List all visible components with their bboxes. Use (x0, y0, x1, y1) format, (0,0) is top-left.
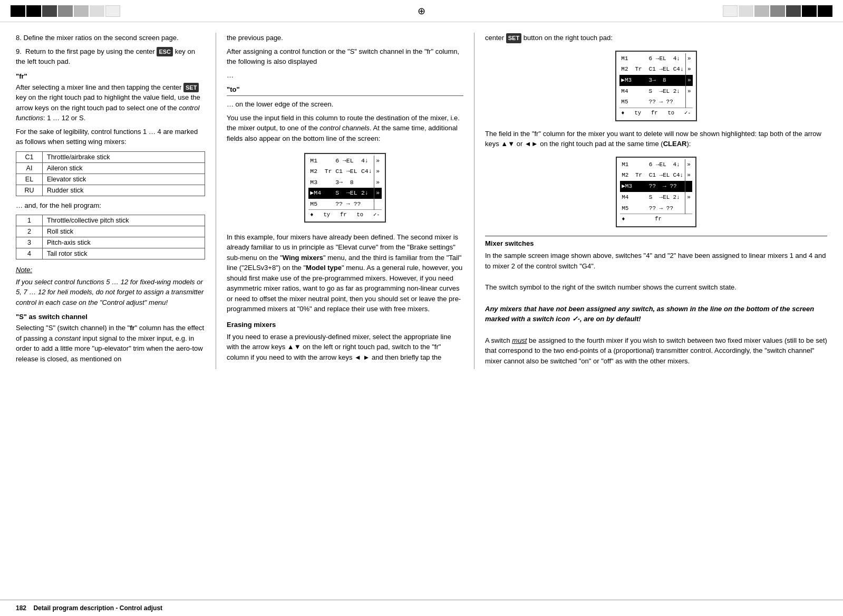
after-text: After assigning a control function or th… (227, 46, 463, 67)
s2-m5-col2: ?? → ?? (647, 97, 686, 108)
ctrl-row-el: EL Elevator stick (16, 174, 205, 185)
screen2-row-m3-selected: ▶M3 3→ 8 » (619, 75, 692, 86)
heli-code-2: 2 (16, 226, 43, 237)
s1-m1-col1 (323, 156, 334, 166)
mixer-text2: The switch symbol to the right of the sw… (485, 282, 827, 293)
screen2-bottom-row: ♦ ty fr to ✓- (619, 108, 692, 118)
page-number: 182 (16, 604, 26, 612)
screen3-row-m4: M4 S →EL 2↓ » (620, 192, 692, 203)
s1-m1-arrow: » (374, 156, 382, 166)
s2-m2-col0: Tr (633, 64, 647, 75)
screen-display-3: M1 6 →EL 4↓ » M2 Tr C1 →EL C4↓ » (616, 157, 696, 227)
header-bar: ⊕ (0, 0, 843, 22)
example-text: In this example, four mixers have alread… (227, 232, 463, 314)
heli-code-1: 1 (16, 215, 43, 226)
s3-m3-marker: ▶M3 (620, 181, 634, 192)
s3-m2-col3: C4↓ (671, 170, 685, 181)
heli-code-4: 4 (16, 248, 43, 259)
s1-m3-col1 (323, 177, 334, 188)
color-block-r3 (754, 5, 769, 17)
s-switch-text: Selecting "S" (switch channel) in the "f… (16, 323, 205, 364)
s1-m1-col3: 4↓ (360, 156, 374, 166)
set-key-1: SET (183, 83, 199, 93)
right-intro: center SET button on the right touch pad… (485, 33, 827, 43)
s2-m5-arrow (685, 97, 692, 108)
s3-m5-col2: ?? → ?? (647, 203, 685, 214)
s3-m4-col1 (634, 192, 647, 203)
ctrl-desc-ai: Aileron stick (43, 162, 205, 174)
right-column: center SET button on the right touch pad… (474, 33, 827, 369)
s1-m4-col1 (323, 188, 334, 198)
s1-m2-col0: Tr (323, 166, 334, 177)
color-block-7 (105, 5, 120, 17)
s1-m3-arrow: » (374, 177, 382, 188)
ctrl-code-ru: RU (16, 185, 43, 196)
screen1-row-m5: M5 ?? → ?? (308, 199, 381, 210)
s3-m5-arrow (685, 203, 692, 214)
field-text: The field in the "fr" column for the mix… (485, 129, 827, 149)
fr-text1: After selecting a mixer line and then ta… (16, 82, 205, 123)
prev-page-text: the previous page. (227, 33, 463, 43)
color-block-5 (74, 5, 89, 17)
ctrl-row-c1: C1 Throttle/airbrake stick (16, 151, 205, 162)
ctrl-desc-c1: Throttle/airbrake stick (43, 151, 205, 162)
note-text: If you select control functions 5 … 12 f… (16, 277, 205, 308)
s2-m4-col3: 2↓ (672, 86, 686, 97)
heli-intro: … and, for the heli program: (16, 200, 205, 211)
s3-m3-col2: ?? → ?? (647, 181, 685, 192)
color-block-2 (26, 5, 41, 17)
s2-m1-col1 (633, 53, 647, 64)
screen3-row-m5: M5 ?? → ?? (620, 203, 692, 214)
color-block-r4 (770, 5, 785, 17)
footer-bar: 182 Detail program description - Control… (0, 600, 843, 616)
screen2-row-m2: M2 Tr C1 →EL C4↓ » (619, 64, 692, 75)
s3-bottom: ♦ fr (620, 214, 692, 225)
s2-m5-col1 (633, 97, 647, 108)
s2-m4-label: M4 (619, 86, 633, 97)
heli-row-1: 1 Throttle/collective pitch stick (16, 215, 205, 226)
color-block-r1 (723, 5, 738, 17)
note-label: Note: (16, 265, 205, 275)
set-key-right: SET (506, 33, 521, 43)
s1-m3-col2: 3→ 8 (334, 177, 360, 188)
s1-m4-arrow: » (374, 188, 382, 198)
header-color-blocks-left (11, 5, 120, 17)
s2-m1-arrow: » (685, 53, 692, 64)
control-functions-table: C1 Throttle/airbrake stick AI Aileron st… (16, 151, 205, 196)
screen3-bottom-row: ♦ fr (620, 214, 692, 225)
fr-text2: For the sake of legibility, control func… (16, 127, 205, 147)
mixer-text4: A switch must be assigned to the fourth … (485, 335, 827, 367)
screen2-row-m1: M1 6 →EL 4↓ » (619, 53, 692, 64)
ctrl-row-ru: RU Rudder stick (16, 185, 205, 196)
s1-m4-col2: S →EL (334, 188, 360, 198)
s3-m3-col1 (634, 181, 647, 192)
screen-display-2: M1 6 →EL 4↓ » M2 Tr C1 →EL C4↓ » (615, 51, 696, 121)
s3-m2-col0: Tr (634, 170, 647, 181)
mixer-switches-title: Mixer switches (485, 236, 827, 247)
color-block-4 (58, 5, 73, 17)
heli-row-4: 4 Tail rotor stick (16, 248, 205, 259)
s3-m2-label: M2 (620, 170, 634, 181)
s1-m3-col3 (360, 177, 374, 188)
s2-m4-arrow: » (685, 86, 692, 97)
s1-m2-arrow: » (374, 166, 382, 177)
s2-m4-col1 (633, 86, 647, 97)
erasing-title: Erasing mixers (227, 321, 463, 329)
color-block-6 (90, 5, 104, 17)
s2-m2-label: M2 (619, 64, 633, 75)
left-column: 8. Define the mixer ratios on the second… (16, 33, 216, 369)
mixer-text3: Any mixers that have not been assigned a… (485, 304, 827, 324)
color-block-r6 (802, 5, 817, 17)
heli-desc-4: Tail rotor stick (43, 248, 205, 259)
screen-display-1: M1 6 →EL 4↓ » M2 Tr C1 →EL C4↓ » M3 (304, 153, 385, 223)
page-title: Detail program description - Control adj… (33, 604, 162, 612)
esc-key: ESC (157, 47, 173, 57)
ctrl-row-ai: AI Aileron stick (16, 162, 205, 174)
s3-m3-arrow (685, 181, 692, 192)
s2-m1-label: M1 (619, 53, 633, 64)
screen1-row-m3: M3 3→ 8 » (308, 177, 381, 188)
to-text1: … on the lower edge of the screen. (227, 99, 463, 110)
screen1-row-m2: M2 Tr C1 →EL C4↓ » (308, 166, 381, 177)
s-switch-title: "S" as switch channel (16, 313, 205, 321)
s2-m5-label: M5 (619, 97, 633, 108)
